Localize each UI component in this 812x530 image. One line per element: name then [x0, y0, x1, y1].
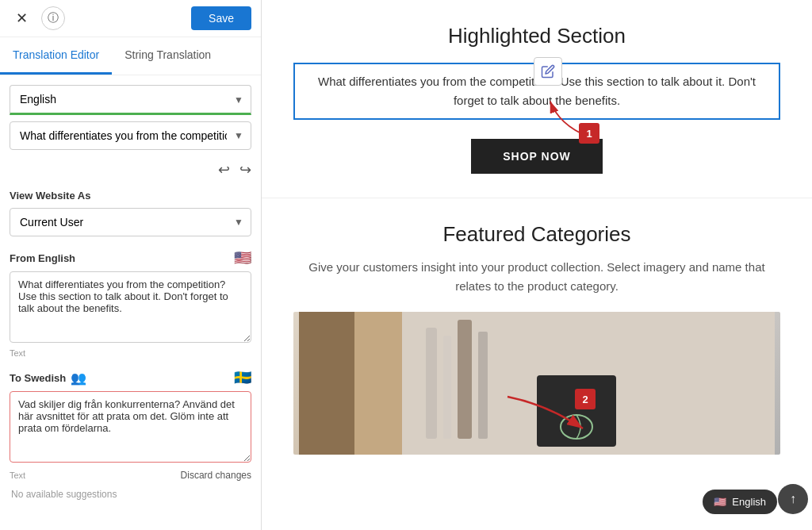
right-panel: 1 Highlighted Section What differentiate…: [262, 0, 812, 530]
tab-translation-editor[interactable]: Translation Editor: [0, 37, 112, 75]
tab-string-translation[interactable]: String Translation: [112, 37, 224, 75]
edit-icon-box[interactable]: [534, 57, 562, 86]
product-image: [293, 312, 780, 455]
badge-1: 1: [579, 123, 599, 144]
discard-changes-button[interactable]: Discard changes: [181, 470, 251, 481]
undo-button[interactable]: ↩: [218, 161, 230, 179]
string-select-wrap: What differentiates you from the competi…: [10, 121, 251, 150]
to-swedish-field-label: Text: [10, 470, 25, 480]
svg-rect-7: [458, 320, 472, 439]
badge-2: 2: [575, 389, 596, 409]
from-english-label: From English: [10, 252, 75, 264]
to-swedish-textarea[interactable]: Vad skiljer dig från konkurrenterna? Anv…: [10, 391, 251, 463]
undo-redo-bar: ↩ ↪: [10, 156, 251, 182]
svg-rect-8: [478, 332, 488, 439]
to-swedish-textarea-wrap: Vad skiljer dig från konkurrenterna? Anv…: [10, 391, 251, 466]
svg-rect-3: [299, 312, 354, 455]
highlighted-section: Highlighted Section What differentiates …: [262, 0, 812, 198]
language-badge-flag: 🇺🇸: [714, 496, 726, 508]
to-swedish-text: To Swedish: [10, 372, 66, 384]
shop-now-button[interactable]: SHOP NOW: [471, 139, 603, 174]
swedish-bottom-area: Text Discard changes: [10, 467, 251, 481]
no-suggestions-text: No available suggestions: [10, 489, 251, 500]
string-select[interactable]: What differentiates you from the competi…: [10, 121, 251, 150]
from-english-header: From English 🇺🇸: [10, 249, 251, 267]
featured-section: Featured Categories Give your customers …: [262, 198, 812, 478]
svg-rect-4: [354, 312, 402, 455]
language-badge[interactable]: 🇺🇸 English: [703, 490, 777, 514]
to-swedish-label: To Swedish 👥: [10, 371, 86, 386]
panel-body: English Swedish French ▼ What differenti…: [0, 75, 261, 530]
featured-section-title: Featured Categories: [293, 222, 780, 247]
language-badge-label: English: [732, 496, 766, 508]
view-website-as-label: View Website As: [10, 190, 251, 202]
us-flag-icon: 🇺🇸: [234, 249, 251, 267]
left-panel: ✕ ⓘ Save Translation Editor String Trans…: [0, 0, 262, 530]
svg-rect-5: [426, 328, 437, 439]
featured-section-description: Give your customers insight into your pr…: [293, 258, 780, 296]
language-select-wrap: English Swedish French ▼: [10, 85, 251, 115]
from-english-textarea-wrap: What differentiates you from the competi…: [10, 271, 251, 346]
view-as-select[interactable]: Current User Guest: [10, 208, 251, 236]
top-bar: ✕ ⓘ Save: [0, 0, 261, 37]
language-select[interactable]: English Swedish French: [10, 85, 251, 115]
close-button[interactable]: ✕: [10, 6, 33, 30]
redo-button[interactable]: ↪: [239, 161, 251, 179]
svg-rect-9: [537, 375, 616, 447]
svg-rect-6: [443, 336, 451, 439]
swedish-flag-icon: 🇸🇪: [234, 369, 251, 386]
scroll-top-button[interactable]: ↑: [778, 484, 808, 514]
highlighted-section-title: Highlighted Section: [293, 24, 780, 48]
save-button[interactable]: Save: [191, 6, 251, 30]
to-swedish-header: To Swedish 👥 🇸🇪: [10, 369, 251, 386]
from-english-field-label: Text: [10, 348, 251, 358]
tabs: Translation Editor String Translation: [0, 37, 261, 75]
view-as-select-wrap: Current User Guest ▼: [10, 208, 251, 236]
product-image-svg: [293, 312, 780, 455]
from-english-textarea[interactable]: What differentiates you from the competi…: [10, 271, 251, 343]
people-icon: 👥: [71, 371, 86, 386]
pencil-icon: [541, 64, 555, 79]
info-button[interactable]: ⓘ: [41, 6, 65, 30]
